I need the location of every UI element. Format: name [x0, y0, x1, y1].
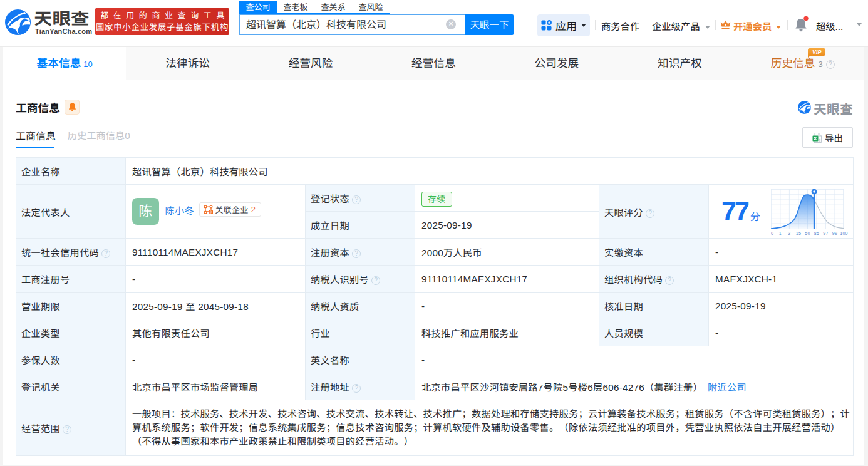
svg-text:99: 99 — [832, 231, 837, 236]
svg-text:85: 85 — [814, 231, 819, 236]
svg-text:97: 97 — [823, 231, 828, 236]
svg-text:1: 1 — [779, 231, 782, 236]
svg-text:50: 50 — [805, 231, 810, 236]
svg-text:3: 3 — [788, 231, 790, 236]
svg-text:0: 0 — [771, 231, 773, 236]
svg-text:100: 100 — [840, 231, 848, 236]
svg-text:企: 企 — [209, 210, 212, 214]
svg-text:15: 15 — [796, 231, 801, 236]
